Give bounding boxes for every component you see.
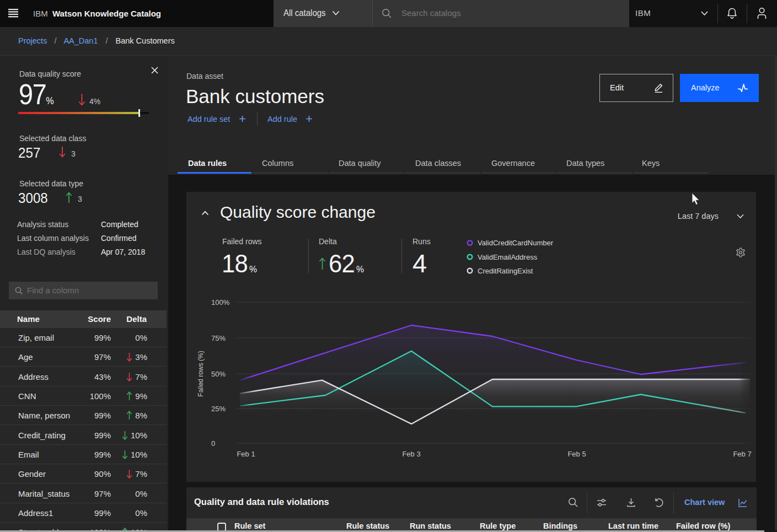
- svg-text:Failed rows (%): Failed rows (%): [197, 351, 205, 396]
- svg-text:0: 0: [211, 439, 215, 448]
- svg-text:75%: 75%: [211, 334, 226, 342]
- svg-text:Feb 3: Feb 3: [402, 450, 420, 458]
- svg-text:25%: 25%: [211, 405, 226, 413]
- svg-text:100%: 100%: [211, 298, 230, 307]
- svg-text:Feb 7: Feb 7: [733, 450, 751, 458]
- svg-text:Feb 1: Feb 1: [237, 450, 255, 458]
- svg-text:50%: 50%: [211, 370, 226, 378]
- svg-text:Feb 5: Feb 5: [567, 450, 586, 458]
